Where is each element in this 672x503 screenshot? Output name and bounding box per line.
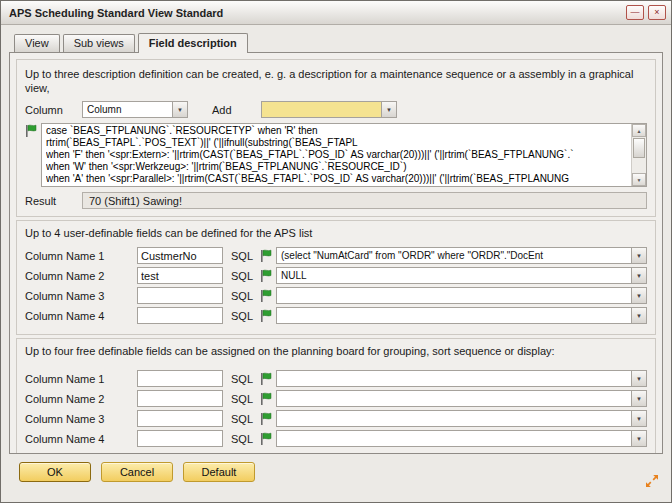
free-column-name-3-input[interactable] [137,410,223,427]
aps-column-name-3-input[interactable] [137,287,223,304]
free-field-row-4: Column Name 4 SQL ▼ [25,430,647,447]
expand-form-icon[interactable] [644,473,660,491]
formatted-search-flag-icon[interactable] [25,124,41,138]
result-label: Result [25,195,82,207]
column-combo[interactable]: Column ▼ [82,101,188,118]
aps-sql-combo-4[interactable]: ▼ [276,307,647,324]
aps-sql-combo-3[interactable]: ▼ [276,287,647,304]
aps-field-row-3: Column Name 3 SQL ▼ [25,287,647,304]
planning-board-fields-group: Up to four free definable fields can be … [16,338,656,454]
cancel-button[interactable]: Cancel [101,462,173,482]
free-sql-combo-2[interactable]: ▼ [276,390,647,407]
sql-label: SQL [231,310,260,322]
description-sql-editor[interactable]: case `BEAS_FTPLANUNG`.`RESOURCETYP` when… [41,123,647,187]
description-definition-group: Up to three description definition can b… [16,59,656,217]
free-column-name-4-input[interactable] [137,430,223,447]
tab-field-description[interactable]: Field description [138,33,248,53]
minimize-button[interactable]: — [626,5,644,20]
aps-field-row-1: Column Name 1 SQL (select "NumAtCard" fr… [25,247,647,264]
column-name-3-label: Column Name 3 [25,413,137,425]
aps-sql-combo-1[interactable]: (select "NumAtCard" from "ORDR" where "O… [276,247,647,264]
column-name-1-label: Column Name 1 [25,250,137,262]
tab-sub-views[interactable]: Sub views [63,34,135,52]
sql-label: SQL [231,433,260,445]
code-line: case `BEAS_FTPLANUNG`.`RESOURCETYP` when… [46,125,628,137]
sql-label: SQL [231,393,260,405]
add-label: Add [212,104,261,116]
field-description-panel: Up to three description definition can b… [9,52,663,454]
add-combo[interactable]: ▼ [261,101,397,118]
free-sql-combo-1[interactable]: ▼ [276,370,647,387]
aps-scheduling-dialog: APS Scheduling Standard View Standard — … [0,0,672,503]
result-row: Result 70 (Shift1) Sawing! [25,192,647,209]
code-line: when 'W' then '<spr:Werkzeug>: '||rtrim(… [46,161,628,173]
section3-heading: Up to four free definable fields can be … [25,345,647,357]
scroll-down-icon[interactable]: ▼ [632,173,646,186]
formatted-search-flag-icon[interactable] [260,309,276,323]
aps-column-name-2-input[interactable] [137,267,223,284]
free-column-name-2-input[interactable] [137,390,223,407]
formatted-search-flag-icon[interactable] [260,372,276,386]
dropdown-arrow-icon[interactable]: ▼ [631,431,646,446]
sql-label: SQL [231,290,260,302]
section1-description-text: Up to three description definition can b… [25,67,645,95]
free-sql-combo-4[interactable]: ▼ [276,430,647,447]
code-line: when 'F' then '<spr:Extern>: '||rtrim(CA… [46,149,628,161]
dropdown-arrow-icon[interactable]: ▼ [381,102,396,117]
code-line: rtrim(`BEAS_FTAPL`.`POS_TEXT`)||' ('||if… [46,137,628,149]
column-name-1-label: Column Name 1 [25,373,137,385]
window-title: APS Scheduling Standard View Standard [9,7,622,19]
dropdown-arrow-icon[interactable]: ▼ [631,288,646,303]
formatted-search-flag-icon[interactable] [260,392,276,406]
formatted-search-flag-icon[interactable] [260,432,276,446]
aps-field-row-2: Column Name 2 SQL NULL ▼ [25,267,647,284]
scroll-up-icon[interactable]: ▲ [632,124,646,137]
free-sql-combo-3[interactable]: ▼ [276,410,647,427]
formatted-search-flag-icon[interactable] [260,269,276,283]
title-bar[interactable]: APS Scheduling Standard View Standard — … [1,1,671,25]
free-field-row-3: Column Name 3 SQL ▼ [25,410,647,427]
result-field: 70 (Shift1) Sawing! [82,192,647,209]
formatted-search-flag-icon[interactable] [260,249,276,263]
aps-column-name-4-input[interactable] [137,307,223,324]
dropdown-arrow-icon[interactable]: ▼ [631,391,646,406]
scrollbar-thumb[interactable] [633,138,645,158]
aps-sql-combo-2-value: NULL [281,270,630,281]
section2-heading: Up to 4 user-definable fields can be def… [25,227,647,239]
ok-button[interactable]: OK [19,462,91,482]
column-name-2-label: Column Name 2 [25,270,137,282]
free-column-name-1-input[interactable] [137,370,223,387]
dropdown-arrow-icon[interactable]: ▼ [172,102,187,117]
column-label: Column [25,104,82,116]
column-name-4-label: Column Name 4 [25,310,137,322]
minimize-icon: — [631,8,640,17]
dropdown-arrow-icon[interactable]: ▼ [631,308,646,323]
dropdown-arrow-icon[interactable]: ▼ [631,248,646,263]
dropdown-arrow-icon[interactable]: ▼ [631,371,646,386]
result-value: 70 (Shift1) Sawing! [89,195,182,207]
dropdown-arrow-icon[interactable]: ▼ [631,268,646,283]
code-line: when 'A' then '<spr:Parallel>: '||rtrim(… [46,173,628,185]
column-name-2-label: Column Name 2 [25,393,137,405]
aps-list-fields-group: Up to 4 user-definable fields can be def… [16,220,656,335]
aps-column-name-1-input[interactable] [137,247,223,264]
aps-sql-combo-2[interactable]: NULL ▼ [276,267,647,284]
sql-label: SQL [231,413,260,425]
formatted-search-flag-icon[interactable] [260,289,276,303]
aps-sql-combo-1-value: (select "NumAtCard" from "ORDR" where "O… [281,250,630,261]
sql-label: SQL [231,270,260,282]
aps-field-row-4: Column Name 4 SQL ▼ [25,307,647,324]
formatted-search-flag-icon[interactable] [260,412,276,426]
default-button[interactable]: Default [183,462,255,482]
column-name-4-label: Column Name 4 [25,433,137,445]
dropdown-arrow-icon[interactable]: ▼ [631,411,646,426]
close-icon: × [654,8,659,17]
tab-view[interactable]: View [14,34,60,52]
column-combo-value: Column [87,104,171,115]
vertical-scrollbar[interactable]: ▲ ▼ [631,124,646,186]
sql-label: SQL [231,250,260,262]
close-button[interactable]: × [648,5,666,20]
column-add-row: Column Column ▼ Add ▼ [25,101,647,118]
free-field-row-1: Column Name 1 SQL ▼ [25,370,647,387]
free-field-row-2: Column Name 2 SQL ▼ [25,390,647,407]
